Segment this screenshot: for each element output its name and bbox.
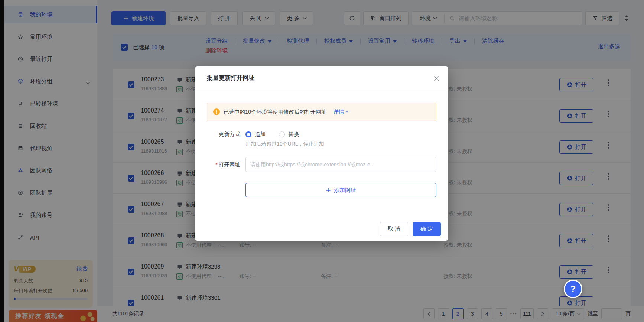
open-url-row: *打开网址 — [207, 157, 436, 172]
help-button[interactable]: ? — [564, 280, 582, 298]
update-method-label: 更新方式 — [207, 131, 240, 138]
warning-icon: ! — [213, 108, 220, 115]
required-mark: * — [215, 162, 218, 167]
modal-body: ! 已选中的10个环境将使用修改后的打开网址 详情 更新方式 追加 替换 追加后… — [195, 90, 448, 197]
detail-toggle[interactable]: 详情 — [333, 108, 348, 116]
radio-selected-icon — [245, 131, 251, 137]
warning-text: 已选中的10个环境将使用修改后的打开网址 — [224, 108, 326, 116]
add-url-button[interactable]: 添加网址 — [245, 183, 436, 197]
warning-alert: ! 已选中的10个环境将使用修改后的打开网址 详情 — [207, 103, 436, 121]
plus-icon — [326, 188, 331, 193]
radio-replace[interactable]: 替换 — [279, 131, 299, 138]
screen: 我的环境 常用环境 最近打开 环境分组 已转移环境 回 — [0, 0, 644, 322]
radio-append[interactable]: 追加 — [245, 131, 266, 138]
append-hint: 追加后若超过10个URL，停止追加 — [245, 141, 436, 147]
modal-title: 批量更新打开网址 — [207, 74, 254, 82]
open-url-label: *打开网址 — [207, 161, 240, 168]
modal-header: 批量更新打开网址 — [195, 66, 448, 90]
radio-unselected-icon — [279, 131, 285, 137]
cancel-button[interactable]: 取 消 — [380, 222, 408, 236]
close-icon[interactable] — [433, 75, 440, 82]
modal-footer: 取 消 确 定 — [195, 217, 448, 241]
batch-update-url-modal: 批量更新打开网址 ! 已选中的10个环境将使用修改后的打开网址 详情 更新方式 … — [195, 66, 448, 241]
confirm-button[interactable]: 确 定 — [413, 222, 441, 236]
open-url-input[interactable] — [245, 157, 436, 172]
update-method-row: 更新方式 追加 替换 — [207, 131, 436, 138]
